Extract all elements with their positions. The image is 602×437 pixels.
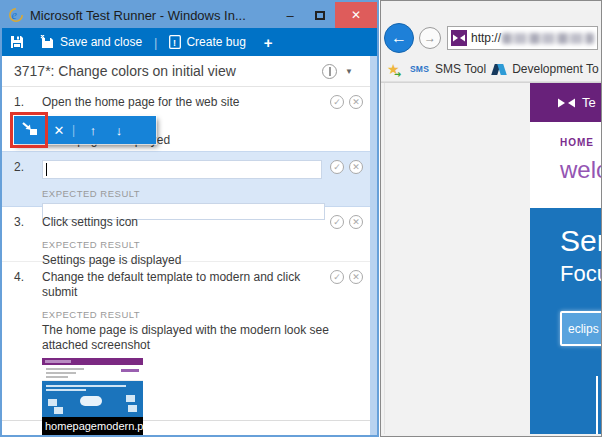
expected-result-label: EXPECTED RESULT xyxy=(42,309,363,320)
pass-step-button[interactable]: ✓ xyxy=(330,270,344,284)
thumbnail-header-bar xyxy=(42,358,143,365)
fail-step-button[interactable]: ✕ xyxy=(349,215,363,229)
x-icon: ✕ xyxy=(352,97,360,107)
step-action-input[interactable] xyxy=(42,160,322,179)
bug-page-icon: ! xyxy=(169,35,181,49)
forward-icon: → xyxy=(424,31,436,45)
minimize-icon: – xyxy=(286,8,293,23)
page-intro-section: HOME welc xyxy=(530,122,601,208)
sms-favicon: SMS xyxy=(410,64,429,74)
text-caret xyxy=(46,163,47,176)
test-case-title: 3717*: Change colors on initial view xyxy=(14,63,322,79)
web-page: Te HOME welc Serv Focu eclips xyxy=(381,82,601,434)
x-icon: ✕ xyxy=(352,162,360,172)
steps-list: 1. Open the home page for the web site ✓… xyxy=(2,87,377,435)
address-bar[interactable]: http:// xyxy=(447,26,598,50)
site-header: Te xyxy=(530,83,601,122)
svg-text:e: e xyxy=(11,8,17,22)
nav-home-link[interactable]: HOME xyxy=(560,137,601,148)
visual-studio-logo-icon xyxy=(558,96,575,110)
svg-text:!: ! xyxy=(173,38,176,48)
back-button[interactable]: ← xyxy=(384,23,414,53)
fail-step-button[interactable]: ✕ xyxy=(349,95,363,109)
add-step-button[interactable]: + xyxy=(254,34,283,51)
window-title: Microsoft Test Runner - Windows In... xyxy=(24,8,275,23)
step-number: 2. xyxy=(14,160,42,174)
favorite-development-tool[interactable]: Development To xyxy=(512,62,599,76)
create-bug-button[interactable]: ! Create bug xyxy=(161,28,253,56)
minimize-button[interactable]: – xyxy=(275,2,305,28)
create-bug-label: Create bug xyxy=(186,35,245,49)
url-protocol: http:// xyxy=(471,31,501,45)
green-arrow-icon: ➜ xyxy=(394,69,402,79)
move-step-down-button[interactable]: ↓ xyxy=(106,123,132,138)
attachment-thumbnail[interactable]: homepagemodern.png xyxy=(42,358,143,435)
cloud-icon xyxy=(80,396,102,406)
thumbnail-white-band xyxy=(42,365,143,381)
close-button[interactable]: ✕ xyxy=(335,2,377,28)
hero-title: Serv xyxy=(560,224,601,258)
maximize-icon xyxy=(315,11,325,20)
attachment-filename: homepagemodern.png xyxy=(42,417,143,435)
arrow-up-icon: ↑ xyxy=(90,123,97,138)
test-step-2: 2. ✓ ✕ EXPECTED RESULT xyxy=(2,151,377,207)
pass-step-button[interactable]: ✓ xyxy=(330,160,344,174)
eclipse-button[interactable]: eclips xyxy=(560,311,601,346)
expected-result-label: EXPECTED RESULT xyxy=(42,239,363,250)
favorites-bar: ★ ➜ SMS SMS Tool Development To xyxy=(381,57,601,82)
page-content-column: Te HOME welc Serv Focu eclips xyxy=(530,83,601,434)
expected-result-text: The home page is displayed with the mode… xyxy=(42,323,354,353)
add-favorite-button[interactable]: ★ ➜ xyxy=(387,61,404,77)
hero-subtitle: Focu xyxy=(560,261,601,287)
toolbar-divider: | xyxy=(72,123,80,137)
step-action-text[interactable]: Open the home page for the web site xyxy=(42,95,330,110)
x-icon: ✕ xyxy=(352,217,360,227)
browser-window: ← → http:// ★ ➜ SMS SMS Tool Development… xyxy=(380,0,602,437)
save-button[interactable] xyxy=(2,28,32,56)
step-number: 3. xyxy=(14,215,42,229)
titlebar: e Microsoft Test Runner - Windows In... … xyxy=(2,2,377,28)
delete-step-button[interactable]: ✕ xyxy=(46,123,72,138)
hero-divider-line xyxy=(596,376,598,434)
save-and-close-icon xyxy=(40,35,55,49)
test-step-4: 4. Change the default template to modern… xyxy=(2,262,377,420)
back-icon: ← xyxy=(391,29,407,47)
pass-step-button[interactable]: ✓ xyxy=(330,215,344,229)
welcome-heading: welc xyxy=(560,156,601,184)
save-and-close-label: Save and close xyxy=(60,35,142,49)
close-icon: ✕ xyxy=(351,8,361,22)
page-hero-section: Serv Focu eclips xyxy=(530,208,601,434)
test-step-1: 1. Open the home page for the web site ✓… xyxy=(2,87,377,151)
delete-icon: ✕ xyxy=(54,123,65,138)
fail-step-button[interactable]: ✕ xyxy=(349,160,363,174)
save-and-close-button[interactable]: Save and close xyxy=(32,28,150,56)
test-runner-window: e Microsoft Test Runner - Windows In... … xyxy=(0,0,379,437)
toolbar: Save and close | ! Create bug + xyxy=(2,28,377,56)
browser-titlebar xyxy=(381,1,601,19)
arrow-down-icon: ↓ xyxy=(116,123,123,138)
fail-step-button[interactable]: ✕ xyxy=(349,270,363,284)
pass-step-button[interactable]: ✓ xyxy=(330,95,344,109)
check-icon: ✓ xyxy=(333,272,341,282)
check-icon: ✓ xyxy=(333,217,341,227)
save-icon xyxy=(10,35,24,49)
plus-icon: + xyxy=(264,34,273,51)
x-icon: ✕ xyxy=(352,272,360,282)
maximize-button[interactable] xyxy=(305,2,335,28)
chevron-down-icon[interactable]: ▼ xyxy=(345,67,353,76)
step-action-text[interactable]: Change the default template to modern an… xyxy=(42,270,330,300)
step-action-text[interactable]: Click settings icon xyxy=(42,215,330,230)
step-number: 4. xyxy=(14,270,42,284)
toolbar-divider: | xyxy=(150,35,161,50)
visual-studio-favicon xyxy=(451,30,467,46)
move-step-up-button[interactable]: ↑ xyxy=(80,123,106,138)
info-icon[interactable] xyxy=(322,64,337,79)
expected-result-label: EXPECTED RESULT xyxy=(42,188,363,199)
step-number: 1. xyxy=(14,95,42,109)
test-case-header: 3717*: Change colors on initial view ▼ xyxy=(2,56,377,87)
check-icon: ✓ xyxy=(333,162,341,172)
forward-button[interactable]: → xyxy=(419,27,441,49)
favorite-sms-tool[interactable]: SMS Tool xyxy=(435,62,486,76)
scrollbar[interactable] xyxy=(370,56,377,435)
site-brand-text: Te xyxy=(582,95,596,110)
